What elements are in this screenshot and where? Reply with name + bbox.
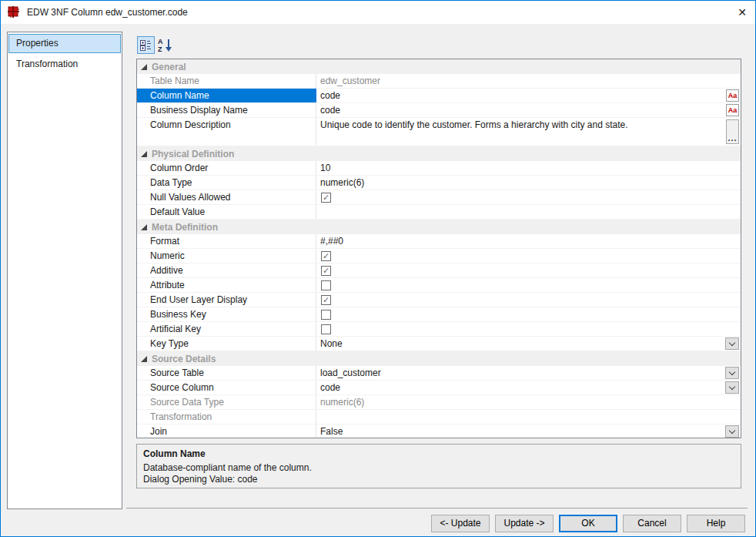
collapse-triangle-icon <box>141 151 147 157</box>
property-value-cell <box>316 322 741 336</box>
chevron-down-icon <box>729 427 735 433</box>
ellipsis-button[interactable]: ... <box>726 119 739 144</box>
nav-item-properties[interactable]: Properties <box>8 34 121 53</box>
change-case-icon[interactable]: Aa <box>726 104 739 116</box>
svg-text:Z: Z <box>158 45 162 52</box>
property-value-cell: ✓ <box>316 190 741 204</box>
checkbox-unchecked[interactable] <box>321 280 331 290</box>
property-row-table-name[interactable]: Table Nameedw_customer <box>137 74 741 89</box>
property-row-artificial-key[interactable]: Artificial Key <box>137 322 741 337</box>
section-header-physical-definition[interactable]: Physical Definition <box>137 146 741 161</box>
property-row-business-key[interactable]: Business Key <box>137 307 741 322</box>
dialog-window: EDW 3NF Column edw_customer.code ✕ Prope… <box>0 0 756 537</box>
window-title: EDW 3NF Column edw_customer.code <box>27 7 188 18</box>
update-forward-button[interactable]: Update -> <box>495 515 554 532</box>
property-label: Artificial Key <box>137 322 316 336</box>
ok-button[interactable]: OK <box>559 515 617 532</box>
chevron-down-icon <box>729 368 735 374</box>
collapse-triangle-icon <box>141 224 147 230</box>
help-button[interactable]: Help <box>687 515 745 532</box>
property-row-join[interactable]: JoinFalse <box>137 425 741 438</box>
property-value[interactable]: numeric(6) <box>316 176 741 190</box>
checkbox-checked[interactable]: ✓ <box>321 266 331 276</box>
property-label: End User Layer Display <box>137 293 316 307</box>
update-back-button[interactable]: <- Update <box>431 515 490 532</box>
property-row-column-order[interactable]: Column Order10 <box>137 161 741 176</box>
property-value[interactable]: #,##0 <box>316 234 741 248</box>
property-value[interactable]: edw_customer <box>316 74 741 88</box>
property-value[interactable]: load_customer <box>316 366 741 380</box>
categorized-view-icon[interactable] <box>137 36 155 54</box>
property-label: Column Name <box>137 89 316 102</box>
dropdown-button[interactable] <box>725 367 739 379</box>
property-row-transformation[interactable]: Transformation <box>137 410 741 425</box>
checkbox-checked[interactable]: ✓ <box>321 193 331 203</box>
dropdown-button[interactable] <box>725 337 739 350</box>
section-header-source-details[interactable]: Source Details <box>137 351 741 366</box>
section-header-general[interactable]: General <box>137 59 741 74</box>
property-value[interactable] <box>316 205 741 219</box>
property-label: Key Type <box>137 337 316 351</box>
property-row-default-value[interactable]: Default Value <box>137 205 741 220</box>
chevron-down-icon <box>729 339 735 345</box>
checkbox-checked[interactable]: ✓ <box>321 251 331 261</box>
property-value[interactable] <box>316 410 741 424</box>
property-row-additive[interactable]: Additive✓ <box>137 263 741 278</box>
property-value-cell: ✓ <box>316 263 741 277</box>
dropdown-button[interactable] <box>725 425 739 438</box>
property-row-column-name[interactable]: Column NamecodeAa <box>137 89 741 103</box>
property-value-cell <box>316 307 741 321</box>
property-value[interactable]: Unique code to identify the customer. Fo… <box>316 118 741 146</box>
collapse-triangle-icon <box>141 64 147 70</box>
section-header-meta-definition[interactable]: Meta Definition <box>137 220 741 234</box>
property-row-null-values-allowed[interactable]: Null Values Allowed✓ <box>137 190 741 205</box>
property-row-attribute[interactable]: Attribute <box>137 278 741 293</box>
footer-divider <box>126 508 748 508</box>
section-title: General <box>152 62 186 72</box>
checkbox-checked[interactable]: ✓ <box>321 295 331 305</box>
property-label: Business Display Name <box>137 103 316 117</box>
section-title: Meta Definition <box>152 222 218 233</box>
nav-item-transformation[interactable]: Transformation <box>8 55 121 74</box>
dropdown-button[interactable] <box>725 381 739 394</box>
property-value[interactable]: 10 <box>316 161 741 175</box>
help-description: Database-compliant name of the column. <box>143 462 734 474</box>
close-icon[interactable]: ✕ <box>729 1 755 24</box>
property-label: Business Key <box>137 307 316 321</box>
property-value[interactable]: code <box>316 89 741 102</box>
property-label: Column Description <box>137 118 316 146</box>
property-label: Null Values Allowed <box>137 190 316 204</box>
property-grid: GeneralTable Nameedw_customerColumn Name… <box>136 59 741 438</box>
property-value-cell: ✓ <box>316 249 741 263</box>
checkbox-unchecked[interactable] <box>321 324 331 334</box>
property-row-data-type[interactable]: Data Typenumeric(6) <box>137 176 741 190</box>
property-row-source-table[interactable]: Source Tableload_customer <box>137 366 741 381</box>
svg-text:A: A <box>158 38 163 45</box>
chevron-down-icon <box>729 383 735 389</box>
property-label: Transformation <box>137 410 316 424</box>
property-row-source-column[interactable]: Source Columncode <box>137 381 741 395</box>
property-label: Source Data Type <box>137 395 316 409</box>
property-row-key-type[interactable]: Key TypeNone <box>137 337 741 351</box>
help-title: Column Name <box>143 448 734 459</box>
property-value[interactable]: code <box>316 381 741 394</box>
property-value[interactable]: code <box>316 103 741 117</box>
property-row-source-data-type[interactable]: Source Data Typenumeric(6) <box>137 395 741 410</box>
property-row-end-user-layer-display[interactable]: End User Layer Display✓ <box>137 293 741 307</box>
change-case-icon[interactable]: Aa <box>726 89 739 102</box>
help-opening-value: Dialog Opening Value: code <box>143 474 734 485</box>
checkbox-unchecked[interactable] <box>321 310 331 320</box>
property-value[interactable]: None <box>316 337 741 351</box>
property-value-cell <box>316 278 741 292</box>
property-label: Join <box>137 425 316 438</box>
property-value[interactable]: numeric(6) <box>316 395 741 409</box>
property-label: Source Table <box>137 366 316 380</box>
cancel-button[interactable]: Cancel <box>623 515 681 532</box>
property-value[interactable]: False <box>316 425 741 438</box>
property-row-business-display-name[interactable]: Business Display NamecodeAa <box>137 103 741 118</box>
section-title: Source Details <box>152 354 216 364</box>
property-row-numeric[interactable]: Numeric✓ <box>137 249 741 263</box>
alphabetical-sort-icon[interactable]: A Z <box>157 36 175 54</box>
property-row-column-description[interactable]: Column DescriptionUnique code to identif… <box>137 118 741 146</box>
property-row-format[interactable]: Format#,##0 <box>137 234 741 249</box>
